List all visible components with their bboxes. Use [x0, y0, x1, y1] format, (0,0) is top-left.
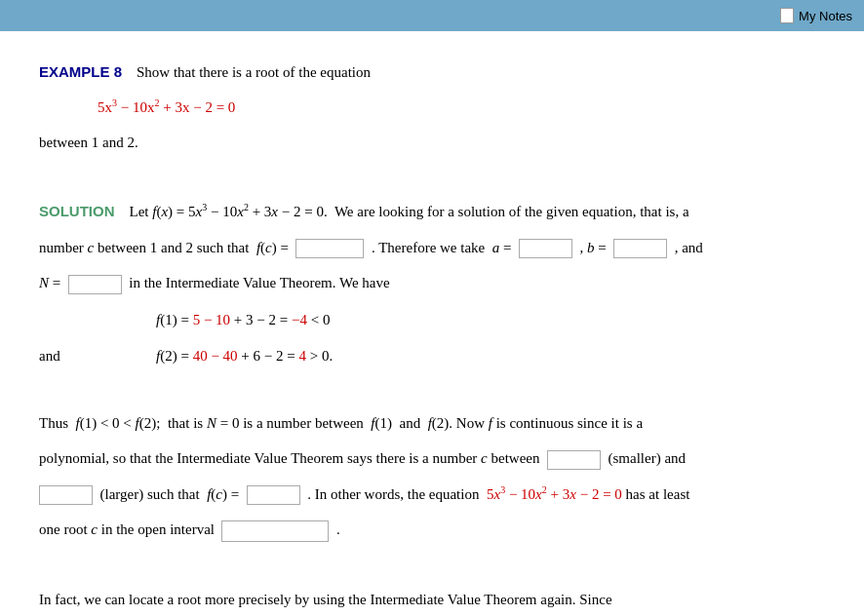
larger-input-1[interactable] [39, 485, 93, 505]
b-input[interactable] [613, 239, 667, 258]
solution-para-2: number c between 1 and 2 such that f(c) … [39, 234, 825, 262]
my-notes-label: My Notes [799, 9, 852, 23]
fc2-input[interactable] [247, 485, 300, 505]
solution-para-3: N = in the Intermediate Value Theorem. W… [39, 269, 825, 297]
thus-para-3: (larger) such that f(c) = . In other wor… [39, 481, 825, 509]
my-notes-button[interactable]: My Notes [780, 8, 852, 23]
example-text: Show that there is a root of the equatio… [137, 64, 371, 80]
f2-equation-line: and f(2) = 40 − 40 + 6 − 2 = 4 > 0. [39, 343, 825, 369]
n-input[interactable] [68, 275, 122, 294]
fc-input[interactable] [295, 239, 364, 258]
main-equation: 5x3 − 10x2 + 3x − 2 = 0 [98, 95, 825, 121]
interval-input-1[interactable] [221, 520, 329, 542]
thus-para-4: one root c in the open interval . [39, 516, 825, 544]
thus-para-2: polynomial, so that the Intermediate Val… [39, 444, 825, 473]
top-bar: My Notes [0, 0, 864, 31]
equation-text: 5x3 − 10x2 + 3x − 2 = 0 [98, 99, 235, 115]
a-input[interactable] [519, 239, 572, 258]
f1-equation: f(1) = 5 − 10 + 3 − 2 = −4 < 0 [156, 307, 825, 333]
example-label: EXAMPLE 8 [39, 63, 122, 80]
thus-para-1: Thus f(1) < 0 < f(2); that is N = 0 is a… [39, 409, 825, 438]
smaller-input-1[interactable] [547, 450, 601, 470]
and-label: and [39, 343, 107, 369]
solution-para-1: SOLUTION Let f(x) = 5x3 − 10x2 + 3x − 2 … [39, 198, 825, 226]
notes-icon [780, 8, 794, 23]
example-header: EXAMPLE 8 Show that there is a root of t… [39, 58, 825, 87]
main-content: EXAMPLE 8 Show that there is a root of t… [0, 31, 864, 616]
fact-para-1: In fact, we can locate a root more preci… [39, 586, 825, 614]
solution-label: SOLUTION [39, 203, 115, 219]
f2-eq: f(2) = 40 − 40 + 6 − 2 = 4 > 0. [156, 343, 333, 369]
between-text: between 1 and 2. [39, 129, 825, 157]
